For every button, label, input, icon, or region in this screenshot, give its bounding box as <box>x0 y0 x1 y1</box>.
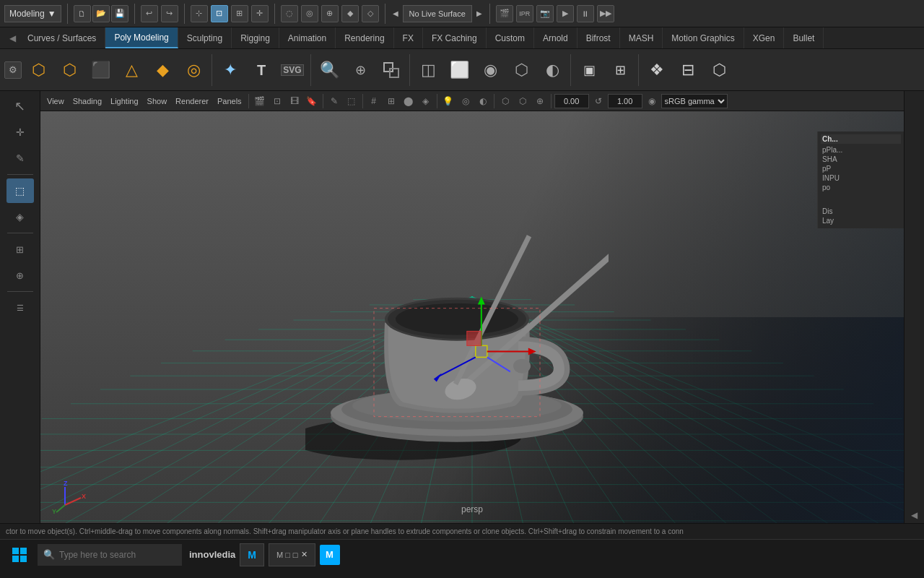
vt-poly-icon[interactable]: ⬚ <box>344 93 359 109</box>
tab-rigging[interactable]: Rigging <box>232 27 279 48</box>
shelf-mirror-icon[interactable]: ◫ <box>414 56 443 85</box>
vt-wireframe-icon[interactable]: ⊞ <box>383 93 399 109</box>
ipr-icon[interactable]: IPR <box>516 5 533 22</box>
shelf-bevel-icon[interactable]: ◉ <box>476 56 505 85</box>
live-surface-btn[interactable]: No Live Surface <box>403 5 472 22</box>
shelf-special1-icon[interactable]: ✦ <box>216 56 245 85</box>
maya-badge[interactable]: M <box>320 545 340 565</box>
tab-motion-graphics[interactable]: Motion Graphics <box>663 27 744 48</box>
snap4-icon[interactable]: ◆ <box>341 5 359 22</box>
vt-select-icon[interactable]: ⊡ <box>269 93 285 109</box>
tab-curves-surfaces[interactable]: Curves / Surfaces <box>19 27 105 48</box>
pause-icon[interactable]: ⏸ <box>577 5 594 22</box>
snap2-icon[interactable]: ◎ <box>301 5 318 22</box>
maya-taskbar-icon[interactable]: M <box>240 543 264 566</box>
shelf-mesh3-icon[interactable]: ⬡ <box>705 56 733 85</box>
vt-camera-icon[interactable]: 🎬 <box>252 93 268 109</box>
shelf-cube-icon[interactable]: ⬡ <box>55 56 84 85</box>
renderer-menu[interactable]: Renderer <box>172 93 212 109</box>
live-surface-prev[interactable]: ◀ <box>391 9 400 17</box>
lasso-icon[interactable]: ⊞ <box>231 5 248 22</box>
shelf-smooth2-icon[interactable]: ⊞ <box>606 56 635 85</box>
shelf-mesh2-icon[interactable]: ⊟ <box>674 56 702 85</box>
tab-xgen[interactable]: XGen <box>744 27 785 48</box>
rotate-tool-icon[interactable]: ◈ <box>6 204 34 229</box>
lighting-menu[interactable]: Lighting <box>107 93 142 109</box>
vt-lights-icon[interactable]: 💡 <box>440 93 456 109</box>
shelf-settings-icon[interactable]: ⚙ <box>4 61 22 79</box>
tab-arnold[interactable]: Arnold <box>534 27 578 48</box>
camera-icon[interactable]: 📷 <box>536 5 554 22</box>
shelf-bridge-icon[interactable]: ⬡ <box>507 56 536 85</box>
open-file-icon[interactable]: 📂 <box>92 5 110 22</box>
shelf-cylinder-icon[interactable]: ⬛ <box>86 56 115 85</box>
shelf-extrude-icon[interactable]: ⬜ <box>445 56 474 85</box>
shading-menu[interactable]: Shading <box>69 93 105 109</box>
shelf-cone-icon[interactable]: △ <box>117 56 146 85</box>
shelf-svg-icon[interactable]: SVG <box>278 56 307 85</box>
reset-exposure-icon[interactable]: ↺ <box>590 93 606 109</box>
shelf-torus-icon[interactable]: ◎ <box>179 56 208 85</box>
tab-bullet[interactable]: Bullet <box>784 27 824 48</box>
shelf-smooth1-icon[interactable]: ▣ <box>575 56 603 85</box>
select-mode-icon[interactable]: ⊡ <box>211 5 228 22</box>
tab-poly-modeling[interactable]: Poly Modeling <box>105 27 178 48</box>
show-menu[interactable]: Show <box>144 93 171 109</box>
shelf-sphere-icon[interactable]: ⬡ <box>24 56 53 85</box>
snap1-icon[interactable]: ◌ <box>281 5 298 22</box>
select-tool-icon[interactable]: ↖ <box>6 94 34 118</box>
tab-bifrost[interactable]: Bifrost <box>578 27 620 48</box>
vt-obj-icon[interactable]: ⬡ <box>497 93 513 109</box>
tab-animation[interactable]: Animation <box>279 27 336 48</box>
vt-ao-icon[interactable]: ◐ <box>475 93 491 109</box>
vt-shadow-icon[interactable]: ◎ <box>458 93 474 109</box>
paint-tool-icon[interactable]: ✎ <box>6 146 34 171</box>
colorspace-dropdown[interactable]: sRGB gamma <box>661 94 728 108</box>
panels-menu[interactable]: Panels <box>214 93 245 109</box>
move-icon[interactable]: ✛ <box>251 5 269 22</box>
tab-custom[interactable]: Custom <box>487 27 534 48</box>
vt-uv-icon[interactable]: ⊕ <box>532 93 548 109</box>
shelf-combine-icon[interactable]: 🔍 <box>315 56 344 85</box>
expand-icon[interactable]: ▶▶ <box>597 5 614 22</box>
search-input[interactable] <box>59 550 176 560</box>
vt-face-icon[interactable]: ⬡ <box>515 93 531 109</box>
vt-smooth-icon[interactable]: ⬤ <box>401 93 417 109</box>
window-min-icon[interactable]: □ <box>293 551 298 559</box>
save-icon[interactable]: 💾 <box>111 5 128 22</box>
exposure-input[interactable] <box>554 94 589 108</box>
vt-texture-icon[interactable]: ◈ <box>418 93 434 109</box>
view-menu[interactable]: View <box>43 93 68 109</box>
shelf-text-icon[interactable]: T <box>247 56 276 85</box>
live-surface-next[interactable]: ▶ <box>475 9 484 17</box>
select-icon[interactable]: ⊹ <box>191 5 208 22</box>
vt-pen-icon[interactable]: ✎ <box>326 93 342 109</box>
snap5-icon[interactable]: ◇ <box>362 5 379 22</box>
vt-bookmark-icon[interactable]: 🔖 <box>304 93 320 109</box>
snap-tool-icon[interactable]: ⊞ <box>6 237 34 262</box>
shelf-separate-icon[interactable]: ⊕ <box>346 56 375 85</box>
window-close-icon[interactable]: ✕ <box>301 550 308 559</box>
taskbar-search[interactable]: 🔍 <box>38 544 182 566</box>
tab-rendering[interactable]: Rendering <box>336 27 393 48</box>
shelf-mesh1-icon[interactable]: ❖ <box>642 56 671 85</box>
snap3-icon[interactable]: ⊕ <box>321 5 339 22</box>
vt-film-icon[interactable]: 🎞 <box>287 93 302 109</box>
undo-icon[interactable]: ↩ <box>141 5 158 22</box>
panel-collapse-icon[interactable]: ◀ <box>911 510 918 520</box>
windows-start-button[interactable] <box>6 541 33 569</box>
new-file-icon[interactable]: 🗋 <box>74 5 91 22</box>
mode-dropdown[interactable]: Modeling ▼ <box>4 5 61 22</box>
viewport[interactable]: View Shading Lighting Show Renderer Pane… <box>40 91 904 523</box>
tab-mash[interactable]: MASH <box>620 27 663 48</box>
gamma-input[interactable] <box>608 94 642 108</box>
tab-sculpting[interactable]: Sculpting <box>178 27 232 48</box>
transform-tool-icon[interactable]: ⬚ <box>6 178 34 203</box>
shelf-fill-icon[interactable]: ◐ <box>538 56 567 85</box>
attr-tool-icon[interactable]: ☰ <box>6 296 34 320</box>
tone-map-icon[interactable]: ◉ <box>644 93 660 109</box>
camera-tool-icon[interactable]: ✛ <box>6 120 34 144</box>
playblast-icon[interactable]: ▶ <box>557 5 574 22</box>
shelf-plane-icon[interactable]: ◆ <box>148 56 177 85</box>
redo-icon[interactable]: ↪ <box>161 5 178 22</box>
